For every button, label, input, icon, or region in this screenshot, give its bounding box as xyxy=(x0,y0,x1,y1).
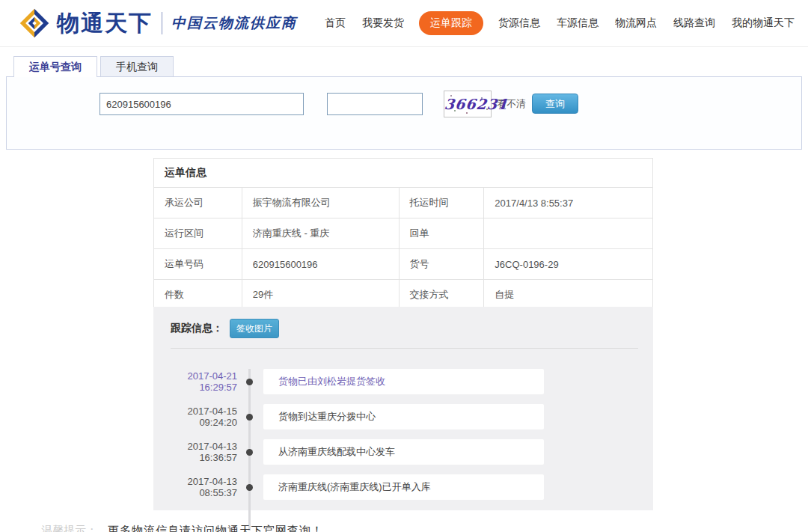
event-time: 2017-04-15 09:24:20 xyxy=(153,406,237,428)
tracking-panel: 跟踪信息： 签收图片 2017-04-21 16:29:57 货物已由刘松岩提货… xyxy=(153,307,653,510)
cell-value: 振宇物流有限公司 xyxy=(242,188,399,218)
event-text: 济南重庆线(济南重庆线)已开单入库 xyxy=(263,474,544,500)
nav-item-route-query[interactable]: 线路查询 xyxy=(672,12,717,34)
nav-item-home[interactable]: 首页 xyxy=(323,12,347,34)
footer-muted-text: 温馨提示： xyxy=(41,524,97,532)
table-title-row: 运单信息 xyxy=(154,159,653,188)
captcha-code: 366231 xyxy=(443,91,509,117)
event-text[interactable]: 货物已由刘松岩提货签收 xyxy=(263,369,544,394)
timeline-dot-icon xyxy=(246,484,253,491)
cell-value: 620915600196 xyxy=(242,249,399,280)
tab-waybill-number-query[interactable]: 运单号查询 xyxy=(13,56,97,77)
cell-value: J6CQ-0196-29 xyxy=(484,249,653,280)
event-time: 2017-04-21 16:29:57 xyxy=(153,370,237,393)
cell-label: 件数 xyxy=(154,280,242,311)
event-text: 从济南重庆线配载中心发车 xyxy=(263,439,544,465)
nav-item-logistics-outlets[interactable]: 物流网点 xyxy=(613,12,658,34)
top-header: 物通天下 中国云物流供应商 首页 我要发货 运单跟踪 货源信息 车源信息 物流网… xyxy=(0,0,808,47)
table-row: 运单号码 620915600196 货号 J6CQ-0196-29 xyxy=(154,249,653,280)
query-panel: 运单号查询 手机查询 366231 看不清 查询 xyxy=(6,56,802,150)
tracking-header: 跟踪信息： 签收图片 xyxy=(153,307,653,338)
timeline-dot-icon xyxy=(246,379,253,385)
brand-diamond-icon xyxy=(18,7,51,40)
brand-wordmark: 物通天下 xyxy=(57,8,153,39)
cell-label: 托运时间 xyxy=(399,188,484,218)
cell-label: 货号 xyxy=(399,249,484,280)
tracking-timeline: 2017-04-21 16:29:57 货物已由刘松岩提货签收 2017-04-… xyxy=(153,369,653,531)
nav-item-my-account[interactable]: 我的物通天下 xyxy=(730,12,796,34)
cell-value xyxy=(484,218,653,249)
waybill-info-title: 运单信息 xyxy=(154,159,653,188)
timeline-event: 2017-04-13 16:36:57 从济南重庆线配载中心发车 xyxy=(153,439,653,465)
cell-label: 承运公司 xyxy=(154,188,242,218)
nav-item-ship[interactable]: 我要发货 xyxy=(361,12,405,34)
table-row: 运行区间 济南重庆线 - 重庆 回单 xyxy=(154,218,653,249)
cell-value: 29件 xyxy=(242,280,399,311)
main-nav: 首页 我要发货 运单跟踪 货源信息 车源信息 物流网点 线路查询 我的物通天下 xyxy=(323,11,796,35)
query-tabs: 运单号查询 手机查询 xyxy=(13,56,802,76)
waybill-number-input[interactable] xyxy=(100,93,304,115)
timeline-event: 2017-04-21 16:29:57 货物已由刘松岩提货签收 xyxy=(153,369,653,394)
timeline-dot-icon xyxy=(246,414,253,421)
tab-phone-query[interactable]: 手机查询 xyxy=(100,56,174,76)
tracking-title: 跟踪信息： xyxy=(171,322,223,335)
event-text: 货物到达重庆分拨中心 xyxy=(263,404,544,429)
query-form: 366231 看不清 查询 xyxy=(6,76,802,150)
brand-logo[interactable]: 物通天下 中国云物流供应商 xyxy=(18,7,297,40)
nav-item-waybill-tracking[interactable]: 运单跟踪 xyxy=(419,11,483,35)
event-time: 2017-04-13 08:55:37 xyxy=(153,476,237,498)
receipt-image-button[interactable]: 签收图片 xyxy=(230,319,279,338)
cell-value: 济南重庆线 - 重庆 xyxy=(242,218,399,249)
table-row: 承运公司 振宇物流有限公司 托运时间 2017/4/13 8:55:37 xyxy=(154,188,653,218)
cell-label: 交接方式 xyxy=(399,280,484,311)
cell-value: 自提 xyxy=(484,280,653,311)
cell-label: 回单 xyxy=(399,218,484,249)
cell-value: 2017/4/13 8:55:37 xyxy=(484,188,653,218)
nav-item-cargo-info[interactable]: 货源信息 xyxy=(497,12,542,34)
waybill-info-table: 运单信息 承运公司 振宇物流有限公司 托运时间 2017/4/13 8:55:3… xyxy=(153,158,653,311)
cell-label: 运单号码 xyxy=(154,249,242,280)
footer-clipped-text: 温馨提示：更多物流信息请访问物通天下官网查询！ xyxy=(0,523,808,532)
table-row: 件数 29件 交接方式 自提 xyxy=(154,280,653,311)
footer-dark-text: 更多物流信息请访问物通天下官网查询！ xyxy=(108,524,323,532)
event-time: 2017-04-13 16:36:57 xyxy=(153,441,237,463)
nav-item-vehicle-info[interactable]: 车源信息 xyxy=(555,12,600,34)
timeline-event: 2017-04-13 08:55:37 济南重庆线(济南重庆线)已开单入库 xyxy=(153,474,653,500)
brand-separator xyxy=(162,12,162,34)
captcha-image[interactable]: 366231 xyxy=(444,91,492,117)
brand-tagline: 中国云物流供应商 xyxy=(171,13,297,33)
timeline-dot-icon xyxy=(246,449,253,456)
cell-label: 运行区间 xyxy=(154,218,242,249)
tracking-divider xyxy=(171,348,638,349)
timeline-event: 2017-04-15 09:24:20 货物到达重庆分拨中心 xyxy=(153,404,653,429)
captcha-input[interactable] xyxy=(327,93,423,115)
query-submit-button[interactable]: 查询 xyxy=(532,94,578,114)
